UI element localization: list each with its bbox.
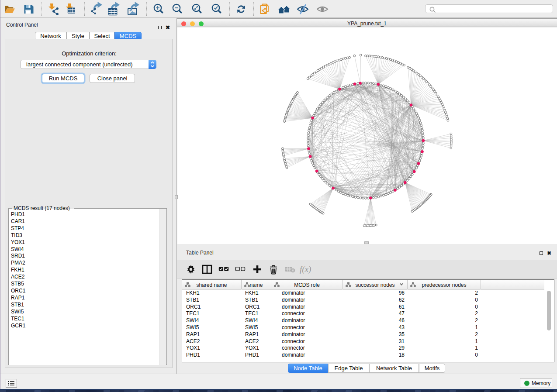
svg-text:f(x): f(x) xyxy=(300,265,311,274)
